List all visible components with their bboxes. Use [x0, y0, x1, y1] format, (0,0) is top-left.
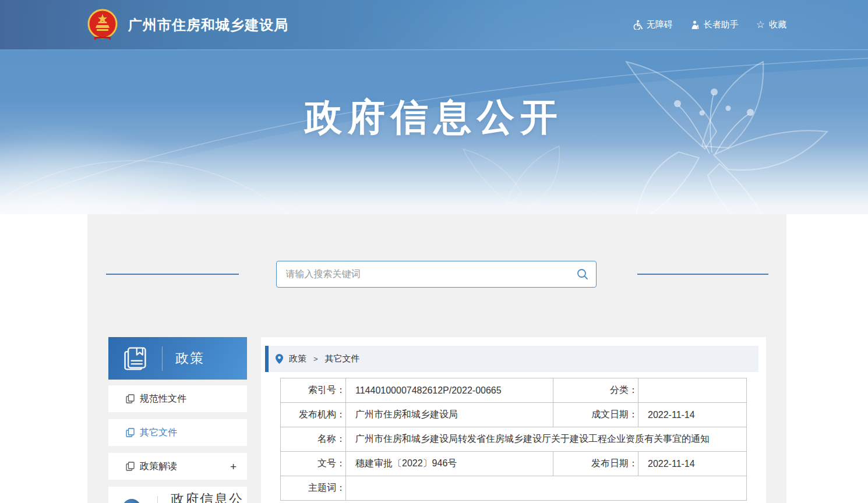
header-divider [157, 496, 158, 503]
utility-nav: 无障碍 长者助手 ☆ 收藏 [633, 19, 786, 30]
document-icon [126, 462, 135, 471]
doc-number-value: 穗建审批〔2022〕946号 [346, 452, 553, 476]
keywords-value [346, 476, 747, 501]
written-date-value: 2022-11-14 [638, 403, 747, 427]
expand-plus-icon[interactable]: + [230, 461, 237, 472]
book-icon [122, 346, 148, 371]
search-icon [576, 268, 589, 281]
wheelchair-icon [633, 20, 643, 30]
breadcrumb-separator: > [313, 355, 318, 363]
index-number-value: 11440100007482612P/2022-00665 [346, 378, 553, 403]
header-divider [162, 346, 163, 371]
national-emblem-logo [86, 8, 119, 42]
main-panel: 政策 > 其它文件 索引号： 11440100007482612P/2022-0… [261, 337, 766, 503]
sidebar: 政策 规范性文件 [108, 337, 247, 503]
breadcrumb-policy-link[interactable]: 政策 [289, 353, 306, 364]
doc-name-label: 名称： [281, 427, 346, 452]
site-title: 广州市住房和城乡建设局 [128, 16, 288, 34]
publisher-label: 发布机构： [281, 403, 346, 427]
elder-icon [690, 20, 700, 30]
elder-assist-link[interactable]: 长者助手 [690, 19, 739, 30]
site-brand[interactable]: 广州市住房和城乡建设局 [86, 8, 288, 42]
favorite-label: 收藏 [769, 19, 786, 30]
search-box [276, 261, 597, 288]
search-button[interactable] [574, 266, 591, 282]
breadcrumb: 政策 > 其它文件 [265, 346, 758, 372]
sidebar-section-gov-info-label: 政府信息公开 [171, 490, 247, 503]
document-detail-table: 索引号： 11440100007482612P/2022-00665 分类： 发… [280, 378, 747, 501]
table-row-keywords: 主题词： [281, 476, 747, 501]
written-date-label: 成文日期： [553, 403, 638, 427]
sidebar-item-other-docs[interactable]: 其它文件 [108, 419, 247, 446]
sidebar-item-label: 政策解读 [140, 461, 177, 473]
sidebar-item-label: 规范性文件 [140, 393, 186, 405]
table-row-docno-pubdate: 文号： 穗建审批〔2022〕946号 发布日期： 2022-11-14 [281, 452, 747, 476]
content-container: 政策 规范性文件 [87, 214, 786, 503]
sidebar-item-policy-interpretation[interactable]: 政策解读 + [108, 453, 247, 480]
page-title: 政府信息公开 [0, 92, 868, 143]
publisher-value: 广州市住房和城乡建设局 [346, 403, 553, 427]
table-row-publisher-date: 发布机构： 广州市住房和城乡建设局 成文日期： 2022-11-14 [281, 403, 747, 427]
sidebar-item-normative-docs[interactable]: 规范性文件 [108, 385, 247, 412]
publish-date-label: 发布日期： [553, 452, 638, 476]
breadcrumb-other-docs-link[interactable]: 其它文件 [325, 353, 360, 364]
sidebar-section-policy-label: 政策 [175, 349, 204, 367]
banner: 政府信息公开 [0, 50, 868, 214]
sidebar-item-label: 其它文件 [140, 427, 177, 439]
keywords-label: 主题词： [281, 476, 346, 501]
category-value [638, 378, 747, 403]
right-decorative-line [637, 274, 768, 275]
gov-info-circle-icon [122, 499, 141, 503]
document-icon [126, 394, 135, 403]
location-pin-icon [276, 354, 283, 364]
sidebar-section-gov-info[interactable]: 政府信息公开 [108, 487, 247, 503]
index-number-label: 索引号： [281, 378, 346, 403]
doc-number-label: 文号： [281, 452, 346, 476]
site-header: 广州市住房和城乡建设局 无障碍 [0, 0, 868, 50]
left-decorative-line [106, 274, 239, 275]
elder-assist-label: 长者助手 [704, 19, 739, 30]
search-row [87, 214, 786, 288]
document-icon [126, 428, 135, 437]
star-icon: ☆ [756, 20, 765, 30]
sidebar-menu: 规范性文件 其它文件 [108, 385, 247, 480]
doc-name-value: 广州市住房和城乡建设局转发省住房城乡建设厅关于建设工程企业资质有关事宜的通知 [346, 427, 747, 452]
favorite-link[interactable]: ☆ 收藏 [756, 19, 786, 30]
search-input[interactable] [276, 261, 597, 288]
publish-date-value: 2022-11-14 [638, 452, 747, 476]
category-label: 分类： [553, 378, 638, 403]
accessibility-label: 无障碍 [647, 19, 673, 30]
sidebar-section-policy[interactable]: 政策 [108, 337, 247, 380]
accessibility-link[interactable]: 无障碍 [633, 19, 673, 30]
table-row-index-category: 索引号： 11440100007482612P/2022-00665 分类： [281, 378, 747, 403]
table-row-name: 名称： 广州市住房和城乡建设局转发省住房城乡建设厅关于建设工程企业资质有关事宜的… [281, 427, 747, 452]
